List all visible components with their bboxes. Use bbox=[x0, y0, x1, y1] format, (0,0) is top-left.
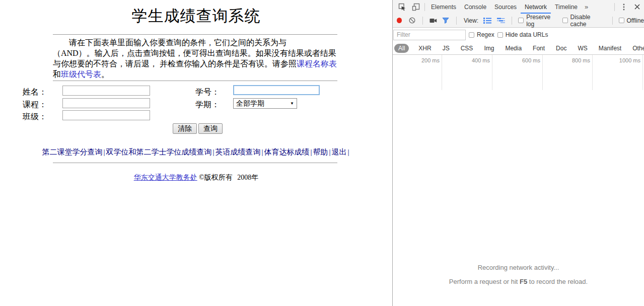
ruler-tick: 200 ms bbox=[393, 55, 442, 90]
preserve-log-label[interactable]: Preserve log bbox=[526, 14, 558, 28]
type-filter-manifest[interactable]: Manifest bbox=[599, 44, 621, 53]
nav-separator: | bbox=[329, 148, 331, 156]
nav-link-help[interactable]: 帮助 bbox=[313, 148, 328, 156]
regex-toggle[interactable]: Regex bbox=[469, 31, 494, 38]
copyright-text: ©版权所有 2008年 bbox=[199, 174, 258, 181]
tab-sources[interactable]: Sources bbox=[490, 0, 521, 14]
course-label: 课程： bbox=[23, 100, 47, 110]
nav-link-double-degree[interactable]: 双学位和第二学士学位成绩查询 bbox=[106, 148, 211, 156]
course-input[interactable] bbox=[62, 98, 150, 108]
divider bbox=[456, 17, 457, 25]
student-grade-query-page: 学生成绩查询系统 请在下面表单里面输入你要查询的条件，它们之间的关系为与（AND… bbox=[0, 0, 392, 306]
divider bbox=[512, 17, 512, 25]
type-filter-doc[interactable]: Doc bbox=[556, 44, 566, 53]
filter-input[interactable] bbox=[393, 30, 466, 40]
hide-data-urls-label[interactable]: Hide data URLs bbox=[506, 31, 548, 38]
inspect-element-icon[interactable] bbox=[395, 0, 409, 14]
timeline-ruler: 200 ms 400 ms 600 ms 800 ms 1000 ms bbox=[393, 55, 644, 90]
disable-cache-checkbox[interactable] bbox=[562, 18, 568, 23]
divider bbox=[612, 17, 613, 25]
academic-office-link[interactable]: 华东交通大学教务处 bbox=[134, 174, 197, 181]
hide-data-urls-toggle[interactable]: Hide data URLs bbox=[497, 31, 548, 38]
intro-and: 和 bbox=[53, 70, 61, 79]
ruler-tick: 600 ms bbox=[492, 55, 543, 90]
more-tabs-chevron-icon[interactable]: » bbox=[582, 3, 591, 11]
filter-funnel-icon[interactable] bbox=[442, 14, 450, 27]
nav-separator: | bbox=[103, 148, 105, 156]
type-filter-all[interactable]: All bbox=[394, 44, 409, 53]
disable-cache-label[interactable]: Disable cache bbox=[570, 14, 606, 28]
page-title: 学生成绩查询系统 bbox=[0, 6, 392, 27]
ruler-tick: 400 ms bbox=[442, 55, 492, 90]
tab-timeline[interactable]: Timeline bbox=[551, 0, 582, 14]
tab-console[interactable]: Console bbox=[460, 0, 490, 14]
semester-select[interactable]: 全部学期 ▼ bbox=[233, 98, 297, 109]
divider bbox=[53, 34, 337, 35]
offline-checkbox[interactable] bbox=[619, 18, 624, 23]
class-code-table-link[interactable]: 班级代号表 bbox=[61, 70, 101, 79]
f5-key-text: F5 bbox=[520, 278, 527, 285]
nav-link-second-classroom[interactable]: 第二课堂学分查询 bbox=[42, 148, 102, 156]
nav-links-row: 第二课堂学分查询|双学位和第二学士学位成绩查询|英语成绩查询|体育达标成绩|帮助… bbox=[0, 147, 392, 157]
class-label: 班级： bbox=[23, 112, 47, 122]
query-form: 姓名： 学号： 课程： 学期： 全部学期 ▼ 班级： 清除 查询 bbox=[0, 81, 392, 137]
intro-line1: 请在下面表单里面输入你要查询的条件，它们之间的关系为与 bbox=[69, 38, 287, 47]
device-toolbar-icon[interactable] bbox=[409, 0, 422, 14]
divider bbox=[53, 163, 337, 163]
chevron-down-icon: ▼ bbox=[290, 101, 294, 106]
filmstrip-camera-icon[interactable] bbox=[429, 14, 438, 27]
name-label: 姓名： bbox=[23, 87, 47, 98]
nav-separator: | bbox=[311, 148, 312, 156]
filter-row: Regex Hide data URLs bbox=[393, 28, 644, 42]
class-input[interactable] bbox=[62, 110, 150, 120]
list-view-icon[interactable] bbox=[482, 14, 492, 27]
ruler-tick: 800 ms bbox=[543, 55, 593, 90]
name-input[interactable] bbox=[62, 86, 150, 96]
nav-link-english-scores[interactable]: 英语成绩查询 bbox=[215, 148, 260, 156]
type-filter-css[interactable]: CSS bbox=[461, 44, 473, 53]
devtools-panel: Elements Console Sources Network Timelin… bbox=[392, 0, 644, 306]
instructions-paragraph: 请在下面表单里面输入你要查询的条件，它们之间的关系为与（AND）。输入后，点击查… bbox=[53, 37, 338, 80]
empty-state-hint: Perform a request or hit F5 to record th… bbox=[393, 278, 644, 285]
student-id-label: 学号： bbox=[195, 87, 220, 98]
course-name-table-link[interactable]: 课程名称表 bbox=[297, 59, 337, 68]
type-filter-js[interactable]: JS bbox=[443, 44, 450, 53]
nav-link-logout[interactable]: 退出 bbox=[332, 148, 347, 156]
recording-status-text: Recording network activity... bbox=[393, 264, 644, 271]
intro-period: 。 bbox=[101, 70, 109, 79]
preserve-log-checkbox[interactable] bbox=[518, 18, 524, 23]
devtools-tab-bar: Elements Console Sources Network Timelin… bbox=[393, 0, 644, 14]
divider bbox=[614, 3, 615, 11]
disable-cache-toggle[interactable]: Disable cache bbox=[562, 14, 606, 28]
type-filter-img[interactable]: Img bbox=[484, 44, 494, 53]
type-filter-ws[interactable]: WS bbox=[578, 44, 587, 53]
clear-button[interactable]: 清除 bbox=[173, 123, 197, 134]
kebab-menu-icon[interactable] bbox=[617, 0, 630, 14]
query-button[interactable]: 查询 bbox=[198, 123, 223, 134]
regex-checkbox[interactable] bbox=[469, 32, 474, 38]
tab-elements[interactable]: Elements bbox=[427, 0, 460, 14]
type-filter-font[interactable]: Font bbox=[533, 44, 545, 53]
record-icon[interactable] bbox=[397, 18, 402, 23]
nav-separator: | bbox=[261, 148, 263, 156]
student-id-input[interactable] bbox=[233, 85, 320, 95]
hide-data-urls-checkbox[interactable] bbox=[497, 32, 503, 38]
type-filter-media[interactable]: Media bbox=[505, 44, 522, 53]
preserve-log-toggle[interactable]: Preserve log bbox=[518, 14, 558, 28]
page-footer: 华东交通大学教务处 ©版权所有 2008年 bbox=[0, 173, 392, 182]
semester-selected-value: 全部学期 bbox=[236, 99, 264, 108]
nav-link-pe-scores[interactable]: 体育达标成绩 bbox=[264, 148, 310, 156]
tab-network[interactable]: Network bbox=[521, 0, 551, 14]
clear-icon[interactable] bbox=[407, 14, 416, 27]
network-toolbar: View: Preserve log Disable cache Offline bbox=[393, 14, 644, 28]
close-icon[interactable] bbox=[630, 0, 644, 14]
view-label: View: bbox=[464, 17, 478, 24]
regex-label[interactable]: Regex bbox=[477, 31, 494, 38]
resource-type-filters: All XHR JS CSS Img Media Font Doc WS Man… bbox=[393, 42, 644, 55]
offline-label[interactable]: Offline bbox=[627, 17, 644, 24]
type-filter-xhr[interactable]: XHR bbox=[418, 44, 431, 53]
offline-toggle[interactable]: Offline bbox=[619, 17, 644, 24]
type-filter-other[interactable]: Other bbox=[632, 44, 644, 53]
nav-separator: | bbox=[212, 148, 214, 156]
waterfall-view-icon[interactable] bbox=[496, 14, 506, 27]
